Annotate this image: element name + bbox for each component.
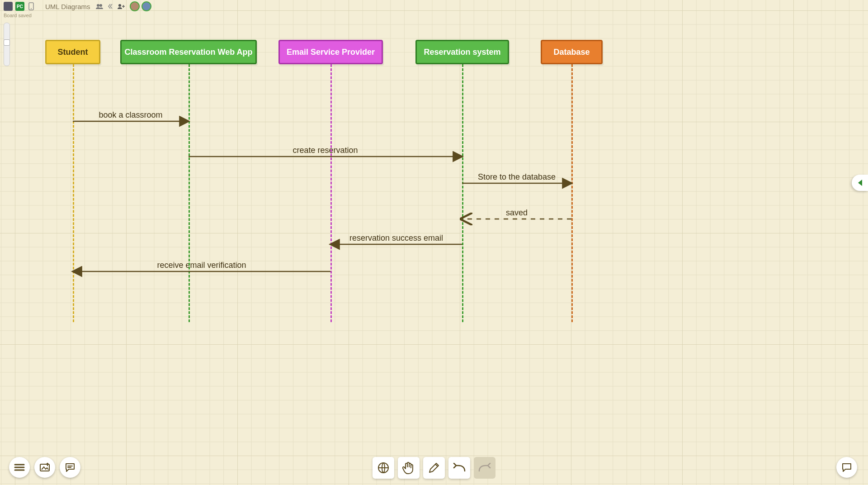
user-avatar-initials[interactable]: PC [15, 2, 24, 11]
presence-avatars [130, 1, 151, 11]
comments-button[interactable] [60, 457, 80, 478]
chat-icon [841, 462, 852, 472]
svg-point-3 [99, 4, 102, 7]
participant-email[interactable]: Email Service Provider [278, 40, 383, 64]
layers-button[interactable] [9, 457, 30, 478]
message-label[interactable]: create reservation [293, 146, 358, 155]
tool-redo [474, 457, 495, 479]
save-status: Board saved [4, 13, 32, 18]
tool-dock [373, 457, 495, 479]
owner-avatar[interactable] [4, 2, 13, 11]
participant-student[interactable]: Student [45, 40, 100, 64]
add-user-icon[interactable] [117, 2, 125, 10]
collaborators-icon[interactable] [95, 2, 104, 10]
message-label[interactable]: Store to the database [478, 172, 556, 182]
presence-avatar[interactable] [142, 1, 151, 11]
zoom-slider-knob[interactable] [4, 39, 10, 46]
lifeline-email [330, 64, 332, 322]
bottom-left-toolbar [9, 457, 80, 478]
message-label[interactable]: book a classroom [99, 110, 163, 120]
diagram-canvas[interactable]: StudentClassroom Reservation Web AppEmai… [0, 0, 868, 485]
redo-icon [478, 463, 491, 473]
svg-point-2 [97, 4, 99, 7]
tool-pen[interactable] [423, 457, 445, 479]
svg-point-1 [31, 8, 32, 9]
svg-point-4 [118, 4, 121, 7]
phone-icon[interactable] [27, 2, 35, 10]
chat-icon [65, 462, 75, 472]
lifeline-webapp [189, 64, 190, 322]
pencil-icon [428, 461, 440, 474]
undo-icon [453, 463, 466, 473]
board-title[interactable]: UML Diagrams [42, 3, 93, 10]
participant-db[interactable]: Database [541, 40, 603, 64]
menu-icon [14, 463, 25, 472]
tool-undo[interactable] [448, 457, 470, 479]
top-bar: PC UML Diagrams [0, 0, 868, 13]
tool-hand[interactable] [398, 457, 420, 479]
participant-webapp[interactable]: Classroom Reservation Web App [120, 40, 257, 64]
tool-globe[interactable] [373, 457, 394, 479]
open-comments-button[interactable] [836, 457, 857, 478]
message-label[interactable]: receive email verification [157, 261, 246, 270]
expand-panel-tab[interactable] [852, 175, 868, 191]
upload-button[interactable] [34, 457, 55, 478]
zoom-slider[interactable] [4, 23, 10, 66]
lifeline-student [73, 64, 74, 322]
lifeline-db [571, 64, 573, 322]
message-label[interactable]: saved [506, 208, 528, 218]
image-upload-icon [39, 462, 50, 472]
presence-avatar[interactable] [130, 1, 140, 11]
participant-resv[interactable]: Reservation system [415, 40, 509, 64]
collapse-icon[interactable] [106, 2, 114, 10]
hand-icon [402, 461, 415, 475]
lifeline-resv [462, 64, 463, 322]
globe-icon [377, 461, 390, 474]
message-label[interactable]: reservation success email [349, 233, 443, 243]
